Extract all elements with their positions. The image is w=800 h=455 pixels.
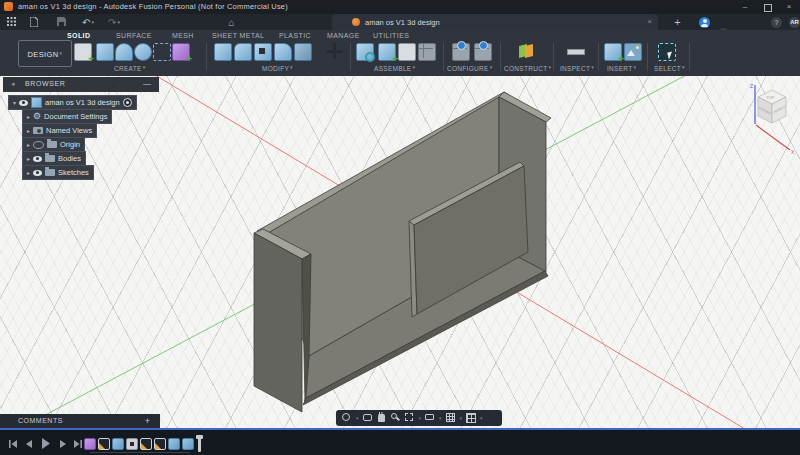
press-pull-icon[interactable] xyxy=(214,43,232,61)
group-label-assemble[interactable]: ASSEMBLE xyxy=(374,64,415,72)
undo-icon[interactable]: ↶ xyxy=(82,17,93,28)
tab-surface[interactable]: SURFACE xyxy=(116,32,152,43)
tab-mesh[interactable]: MESH xyxy=(172,32,194,43)
minimize-button[interactable]: – xyxy=(736,1,754,13)
browser-root-item[interactable]: ▾ aman os V1 3d design xyxy=(8,95,137,110)
visibility-eye-icon[interactable] xyxy=(33,156,42,162)
configuration-table-icon[interactable] xyxy=(452,43,470,61)
caret-down-icon[interactable]: ▾ xyxy=(480,415,483,421)
display-settings-icon[interactable] xyxy=(425,414,434,420)
create-sketch-icon[interactable] xyxy=(74,43,92,61)
close-button[interactable]: × xyxy=(780,1,798,13)
timeline-extrude-feature[interactable] xyxy=(168,438,180,450)
sphere-icon[interactable] xyxy=(134,43,152,61)
browser-item-bodies[interactable]: ▸ Bodies xyxy=(22,151,86,166)
caret-down-icon[interactable]: ▾ xyxy=(460,415,463,421)
group-label-create[interactable]: CREATE xyxy=(114,64,146,72)
home-view-icon[interactable]: ⌂ xyxy=(226,17,237,28)
offset-plane-icon[interactable] xyxy=(518,43,534,59)
browser-header[interactable]: ◂ BROWSER — xyxy=(3,77,159,92)
grid-settings-icon[interactable] xyxy=(446,413,455,422)
timeline-sketch-feature[interactable] xyxy=(98,438,110,450)
maximize-button[interactable] xyxy=(764,4,772,12)
file-menu-icon[interactable] xyxy=(28,17,39,28)
group-label-select[interactable]: SELECT xyxy=(654,64,685,72)
measure-icon[interactable] xyxy=(567,43,583,59)
model-canvas[interactable] xyxy=(0,76,800,428)
help-icon[interactable]: ? xyxy=(771,17,782,28)
create-form-icon[interactable] xyxy=(172,43,190,61)
caret-down-icon[interactable]: ▾ xyxy=(439,415,442,421)
browser-item-origin[interactable]: ▸ Origin xyxy=(22,137,85,152)
configure-insert-icon[interactable] xyxy=(474,43,492,61)
shell-icon[interactable] xyxy=(254,43,272,61)
chevron-right-icon[interactable]: ▸ xyxy=(27,125,30,137)
browser-collapse-icon[interactable]: ◂ xyxy=(11,80,15,88)
go-to-start-icon[interactable] xyxy=(8,439,18,449)
tab-solid[interactable]: SOLID xyxy=(67,32,90,43)
fillet-icon[interactable] xyxy=(234,43,252,61)
app-grid-icon[interactable] xyxy=(6,17,17,28)
tab-sheet-metal[interactable]: SHEET METAL xyxy=(212,32,264,43)
step-forward-icon[interactable] xyxy=(58,439,68,449)
combine-icon[interactable] xyxy=(274,43,292,61)
look-at-icon[interactable] xyxy=(363,414,372,421)
split-body-icon[interactable] xyxy=(294,43,312,61)
rigid-group-icon[interactable] xyxy=(398,43,416,61)
revolve-icon[interactable] xyxy=(115,43,133,61)
timeline-shell-feature[interactable] xyxy=(126,438,138,450)
move-copy-icon[interactable] xyxy=(326,43,342,59)
browser-item-document-settings[interactable]: ▸ ⚙ Document Settings xyxy=(22,109,112,124)
orbit-icon[interactable] xyxy=(342,413,350,421)
add-comment-button[interactable]: + xyxy=(145,416,150,426)
new-tab-button[interactable]: + xyxy=(672,17,683,28)
joint-icon[interactable] xyxy=(378,43,396,61)
browser-minimize-icon[interactable]: — xyxy=(143,79,151,88)
document-tab-close-icon[interactable]: × xyxy=(647,17,652,26)
save-icon[interactable] xyxy=(56,17,67,28)
zoom-magnifier-icon[interactable] xyxy=(391,413,397,419)
group-label-insert[interactable]: INSERT xyxy=(607,64,636,72)
redo-icon[interactable]: ↷ xyxy=(108,17,119,28)
chevron-right-icon[interactable]: ▸ xyxy=(27,139,30,151)
timeline-form-feature[interactable] xyxy=(84,438,96,450)
bom-table-icon[interactable] xyxy=(418,43,436,61)
activate-radio-icon[interactable] xyxy=(123,98,132,107)
timeline-extrude-feature[interactable] xyxy=(182,438,194,450)
group-label-modify[interactable]: MODIFY xyxy=(262,64,293,72)
step-back-icon[interactable] xyxy=(24,439,34,449)
document-tab[interactable]: aman os V1 3d design × xyxy=(332,14,658,30)
share-icon[interactable] xyxy=(699,17,710,28)
browser-item-sketches[interactable]: ▸ Sketches xyxy=(22,165,94,180)
new-component-icon[interactable] xyxy=(356,43,374,61)
visibility-eye-icon[interactable] xyxy=(33,170,42,176)
viewports-icon[interactable] xyxy=(466,413,476,423)
group-label-construct[interactable]: CONSTRUCT xyxy=(504,64,551,72)
canvas-image-icon[interactable] xyxy=(624,43,642,61)
pattern-icon[interactable] xyxy=(153,43,171,61)
group-label-configure[interactable]: CONFIGURE xyxy=(447,64,493,72)
timeline-sketch-feature[interactable] xyxy=(154,438,166,450)
comments-bar[interactable]: COMMENTS + xyxy=(0,414,160,428)
chevron-right-icon[interactable]: ▸ xyxy=(27,167,30,179)
play-icon[interactable] xyxy=(40,438,51,449)
tab-plastic[interactable]: PLASTIC xyxy=(279,32,311,43)
extrude-icon[interactable] xyxy=(96,43,114,61)
chevron-down-icon[interactable]: ▾ xyxy=(13,97,16,109)
group-label-inspect[interactable]: INSPECT xyxy=(560,64,594,72)
account-avatar[interactable]: AR xyxy=(789,17,800,28)
tab-manage[interactable]: MANAGE xyxy=(327,32,360,43)
tab-utilities[interactable]: UTILITIES xyxy=(373,32,409,43)
caret-down-icon[interactable]: ▾ xyxy=(356,415,359,421)
fit-view-icon[interactable] xyxy=(405,413,413,421)
timeline-extrude-feature[interactable] xyxy=(112,438,124,450)
insert-mesh-icon[interactable] xyxy=(604,43,622,61)
timeline-playhead[interactable] xyxy=(198,435,201,452)
caret-down-icon[interactable]: ▾ xyxy=(419,415,422,421)
chevron-right-icon[interactable]: ▸ xyxy=(27,153,30,165)
select-icon[interactable] xyxy=(658,43,676,61)
workspace-selector[interactable]: DESIGN xyxy=(18,40,72,67)
chevron-right-icon[interactable]: ▸ xyxy=(27,111,30,123)
view-cube[interactable]: Z X TOP FRONT RIGHT xyxy=(736,80,800,160)
pan-hand-icon[interactable] xyxy=(378,414,385,422)
